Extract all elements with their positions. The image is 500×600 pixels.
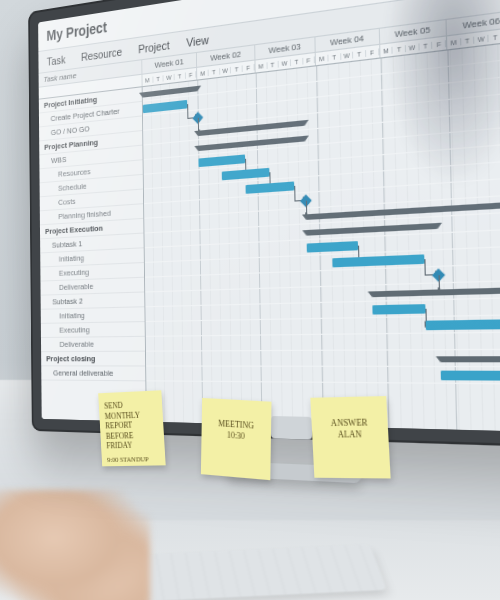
dependency-arrow <box>306 201 308 217</box>
gantt-summary-bar[interactable] <box>143 86 198 98</box>
gantt-summary-bar[interactable] <box>307 223 438 236</box>
dependency-arrow <box>439 275 442 292</box>
gantt-summary-bar[interactable] <box>372 285 500 297</box>
gantt-task-bar[interactable] <box>441 371 500 382</box>
day-header: F <box>186 71 197 79</box>
gantt-task-bar[interactable] <box>246 182 294 194</box>
dependency-arrow <box>294 185 307 202</box>
task-row[interactable]: Executing <box>40 263 144 282</box>
dependency-arrow <box>245 159 247 174</box>
gantt-task-bar[interactable] <box>199 154 245 167</box>
task-row[interactable]: Deliverable <box>40 278 144 296</box>
day-header: T <box>489 32 500 41</box>
day-header: T <box>291 57 303 65</box>
hand <box>0 490 150 600</box>
gantt-summary-bar[interactable] <box>199 136 306 151</box>
gantt-task-bar[interactable] <box>222 168 269 180</box>
gantt-task-bar[interactable] <box>332 254 424 267</box>
day-header: T <box>353 49 366 57</box>
gantt-task-bar[interactable] <box>143 100 187 113</box>
day-header: M <box>316 54 328 62</box>
task-group-row[interactable]: Project Planning <box>39 131 142 155</box>
sticky-note: MEETING 10:30 <box>201 398 272 480</box>
menu-project[interactable]: Project <box>138 38 169 55</box>
day-header: M <box>198 69 209 77</box>
day-header: T <box>175 72 186 80</box>
task-row[interactable]: Subtask 2 <box>41 293 145 310</box>
gantt-milestone[interactable] <box>300 194 312 207</box>
gantt-summary-bar[interactable] <box>198 120 305 136</box>
gantt-task-bar[interactable] <box>307 241 358 252</box>
menu-view[interactable]: View <box>186 33 209 49</box>
task-row[interactable]: Costs <box>40 190 143 212</box>
dependency-arrow <box>426 309 429 326</box>
day-header: M <box>380 46 393 54</box>
monitor: My Project Task Resource Project View Ta… <box>28 0 500 449</box>
task-group-row[interactable]: Project Execution <box>40 219 144 240</box>
day-header: W <box>164 73 175 81</box>
day-header: W <box>475 34 489 43</box>
day-header: T <box>231 65 243 73</box>
task-row[interactable]: WBS <box>39 146 142 170</box>
task-group-row[interactable]: Project closing <box>41 352 145 367</box>
gantt-milestone[interactable] <box>193 112 204 124</box>
gantt-area[interactable] <box>143 33 500 434</box>
day-header: W <box>406 43 419 52</box>
screen: My Project Task Resource Project View Ta… <box>38 0 500 434</box>
day-header: T <box>461 36 475 45</box>
day-header: T <box>393 44 406 53</box>
dependency-arrow <box>358 246 361 262</box>
task-row[interactable]: Initiating <box>41 307 145 324</box>
scene: My Project Task Resource Project View Ta… <box>0 0 500 600</box>
dependency-arrow <box>187 103 198 119</box>
day-header: W <box>279 59 291 67</box>
task-row[interactable]: Schedule <box>40 175 143 197</box>
day-header: T <box>209 68 220 76</box>
gantt-milestone[interactable] <box>432 268 445 281</box>
day-header: W <box>341 51 354 59</box>
day-header: F <box>433 39 447 48</box>
task-row[interactable]: General deliverable <box>41 366 145 381</box>
sticky-subtext: 9:00 STANDUP <box>107 455 160 465</box>
task-row[interactable]: Create Project Charter <box>39 102 142 128</box>
task-row[interactable]: Deliverable <box>41 337 145 352</box>
gantt-summary-bar[interactable] <box>307 197 500 220</box>
dependency-arrow <box>425 259 439 276</box>
day-header: T <box>328 53 341 61</box>
gantt-summary-bar[interactable] <box>441 356 500 362</box>
task-row[interactable]: Subtask 1 <box>40 234 144 254</box>
day-header: M <box>447 38 461 47</box>
day-header: F <box>243 63 255 71</box>
day-header: T <box>153 75 164 83</box>
gantt-task-bar[interactable] <box>372 304 426 315</box>
day-header: W <box>220 66 231 74</box>
day-header: F <box>303 56 315 64</box>
gantt-task-bar[interactable] <box>426 318 500 330</box>
day-header: T <box>419 41 433 50</box>
dependency-arrow <box>198 118 200 133</box>
day-header: F <box>366 48 379 56</box>
